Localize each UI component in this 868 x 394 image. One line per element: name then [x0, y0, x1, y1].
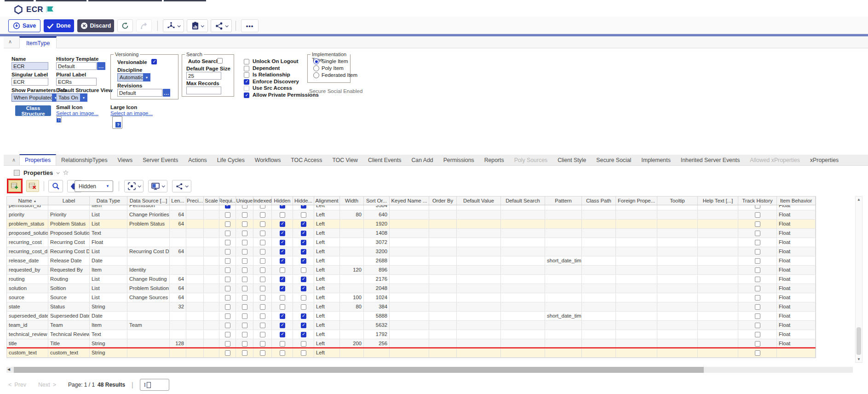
horizontal-scrollbar-thumb[interactable] [14, 367, 704, 373]
checkbox-hidden[interactable] [280, 304, 285, 310]
property-row-team_id[interactable]: team_idTeamItemTeamLeft5632Float [7, 321, 816, 330]
flag-checkbox-allow-private-permissions[interactable] [244, 93, 249, 98]
vertical-scrollbar-thumb[interactable] [857, 327, 861, 355]
property-row-state[interactable]: stateStatusString32Left80384Float [7, 302, 816, 312]
more-actions-button[interactable]: ••• [241, 19, 259, 32]
structure-tools-button[interactable] [163, 19, 184, 32]
column-header-data_source[interactable]: Data Source [...] [127, 197, 170, 205]
checkbox-unique[interactable] [242, 212, 247, 218]
column-header-data_type[interactable]: Data Type [90, 197, 127, 205]
share-button[interactable] [211, 19, 232, 32]
tab-life-cycles[interactable]: Life Cycles [212, 154, 250, 165]
checkbox-requi[interactable] [225, 332, 230, 337]
property-row-release_date[interactable]: release_dateRelease DateDateLeft2688shor… [7, 256, 816, 266]
checkbox-hidden2[interactable] [301, 212, 306, 218]
checkbox-unique[interactable] [242, 350, 247, 356]
show-parameters-tab-select[interactable]: When Populated▼ [11, 93, 59, 102]
checkbox-requi[interactable] [225, 267, 230, 273]
checkbox-hidden2[interactable] [301, 304, 306, 310]
focus-view-button[interactable] [124, 180, 144, 192]
delete-row-button[interactable] [26, 180, 39, 192]
radio-single-item[interactable] [313, 58, 319, 64]
checkbox-unique[interactable] [242, 240, 247, 245]
checkbox-hidden[interactable] [280, 313, 285, 319]
scroll-up-icon[interactable]: ▲ [856, 197, 862, 202]
property-row-requested_by[interactable]: requested_byRequested ByItemIdentityLeft… [7, 266, 816, 275]
checkbox-requi[interactable] [225, 249, 230, 255]
property-row-routing[interactable]: routingRoutingListChange Routing64Left21… [7, 275, 816, 284]
default-page-size-field[interactable]: 25 [186, 72, 221, 80]
checkbox-unique[interactable] [242, 221, 247, 227]
checkbox-requi[interactable] [225, 277, 230, 282]
column-header-pattern[interactable]: Pattern [545, 197, 582, 205]
checkbox-unique[interactable] [242, 295, 247, 301]
checkbox-unique[interactable] [242, 341, 247, 347]
tab-xproperties[interactable]: xProperties [805, 154, 844, 165]
checkbox-indexed[interactable] [260, 249, 265, 255]
column-header-item_behavior[interactable]: Item Behavior [777, 197, 816, 205]
checkbox-indexed[interactable] [260, 332, 265, 337]
chevron-down-icon[interactable] [57, 171, 60, 174]
singular-label-field[interactable]: ECR [11, 78, 48, 86]
radio-poly-item[interactable] [313, 65, 319, 71]
flag-checkbox-enforce-discovery[interactable] [244, 79, 249, 85]
checkbox-unique[interactable] [242, 249, 247, 255]
column-header-sort_order[interactable]: Sort Or... [364, 197, 390, 205]
property-row-problem_status[interactable]: problem_statusProblem StatusListProblem … [7, 220, 816, 229]
checkbox-indexed[interactable] [260, 205, 265, 209]
tab-inherited-server-events[interactable]: Inherited Server Events [676, 154, 745, 165]
column-header-indexed[interactable]: Indexed [253, 197, 272, 205]
plural-label-field[interactable]: ECRs [56, 78, 97, 86]
name-field[interactable]: ECR [11, 62, 48, 70]
checkbox-hidden2[interactable] [301, 277, 306, 282]
checkbox-hidden2[interactable] [301, 286, 306, 291]
checkbox-indexed[interactable] [260, 221, 265, 227]
column-header-scale[interactable]: Scale [204, 197, 219, 205]
page-size-input[interactable]: I [140, 379, 169, 391]
flag-checkbox-is-relationship[interactable] [244, 72, 249, 78]
checkbox-track_history[interactable] [755, 240, 760, 245]
checkbox-requi[interactable] [225, 258, 230, 264]
flag-checkbox-unlock-on-logout[interactable] [244, 59, 249, 64]
checkbox-unique[interactable] [242, 258, 247, 264]
checkbox-hidden2[interactable] [301, 341, 306, 347]
checkbox-requi[interactable] [225, 350, 230, 356]
column-header-preci[interactable]: Preci... [186, 197, 204, 205]
auto-search-checkbox[interactable] [217, 58, 223, 64]
checkbox-requi[interactable] [225, 240, 230, 245]
tab-relationshiptypes[interactable]: RelationshipTypes [56, 154, 112, 165]
checkbox-hidden2[interactable] [301, 205, 306, 209]
property-row-custom_text[interactable]: custom_textcustom_textStringLeft [7, 348, 816, 358]
checkbox-track_history[interactable] [755, 341, 760, 347]
checkbox-track_history[interactable] [755, 231, 760, 236]
checkbox-track_history[interactable] [755, 212, 760, 218]
tab-secure-social[interactable]: Secure Social [591, 154, 636, 165]
checkbox-hidden2[interactable] [301, 332, 306, 337]
collapse-chevron-icon[interactable]: ∧ [12, 157, 16, 163]
history-template-field[interactable]: Default [56, 62, 97, 70]
checkbox-unique[interactable] [242, 277, 247, 282]
checkbox-requi[interactable] [225, 304, 230, 310]
tab-toc-access[interactable]: TOC Access [286, 154, 327, 165]
checkbox-hidden2[interactable] [301, 267, 306, 273]
next-button[interactable]: Next [38, 382, 50, 388]
checkbox-hidden[interactable] [280, 231, 285, 236]
checkbox-indexed[interactable] [260, 240, 265, 245]
radio-federated-item[interactable] [313, 72, 319, 78]
checkbox-hidden2[interactable] [301, 231, 306, 236]
column-header-hidden[interactable]: Hidden [272, 197, 293, 205]
checkbox-track_history[interactable] [755, 323, 760, 328]
column-header-width[interactable]: Width [340, 197, 364, 205]
share-grid-button[interactable] [172, 180, 191, 192]
horizontal-scrollbar[interactable]: ◀ [6, 367, 853, 373]
tab-views[interactable]: Views [113, 154, 138, 165]
search-rows-button[interactable] [48, 180, 63, 192]
filter-dropdown[interactable]: Hidden ▼ [75, 180, 113, 192]
checkbox-hidden[interactable] [280, 323, 285, 328]
checkbox-indexed[interactable] [260, 295, 265, 301]
tab-workflows[interactable]: Workflows [250, 154, 286, 165]
property-row-technical_review[interactable]: technical_reviewTechnical ReviewTextLeft… [7, 330, 816, 339]
column-header-order_by[interactable]: Order By [429, 197, 457, 205]
checkbox-indexed[interactable] [260, 277, 265, 282]
column-header-hidden2[interactable]: Hidde... [293, 197, 314, 205]
